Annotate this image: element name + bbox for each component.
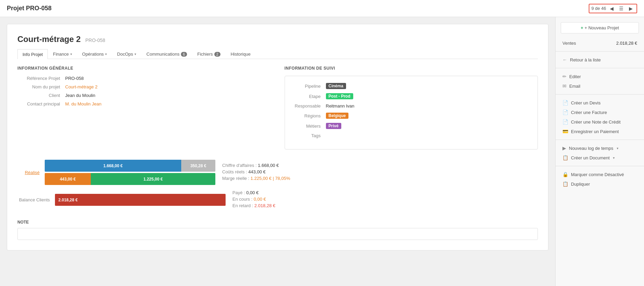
contact-link[interactable]: M. du Moulin Jean bbox=[65, 101, 101, 106]
main-layout: Court-métrage 2 PRO-058 Info Projet Fina… bbox=[0, 17, 644, 286]
desactiver-label: Marquer comme Désactivé bbox=[571, 172, 624, 177]
tab-historique[interactable]: Historique bbox=[226, 49, 256, 59]
balance-stats: Payé : 0,00 € En cours : 0,00 € En retar… bbox=[232, 190, 275, 210]
document-arrow: ▾ bbox=[613, 156, 615, 160]
tab-finance[interactable]: Finance ▾ bbox=[48, 49, 77, 59]
regions-badge: Belgique bbox=[326, 113, 349, 119]
suivi-pipeline: Pipeline Cinéma bbox=[292, 83, 531, 89]
info-columns: INFORMATION GÉNÉRALE Référence Projet PR… bbox=[17, 66, 538, 149]
sidebar-creer-facture[interactable]: 📄 Créer une Facture bbox=[556, 108, 644, 117]
couts-stat: Coûts réels : 443,00 € bbox=[222, 169, 290, 174]
suivi-regions: Régions Belgique bbox=[292, 113, 531, 119]
info-row-contact: Contact principal M. du Moulin Jean bbox=[17, 101, 271, 106]
email-icon: ✉ bbox=[562, 83, 567, 89]
creer-document-label: Créer un Document bbox=[571, 155, 610, 160]
project-name-link[interactable]: Court-métrage 2 bbox=[65, 84, 98, 89]
etape-badge: Post - Prod bbox=[326, 93, 353, 99]
sidebar-creer-devis[interactable]: 📄 Créer un Devis bbox=[556, 98, 644, 108]
sidebar-creer-document[interactable]: 📋 Créer un Document ▾ bbox=[556, 153, 644, 162]
tab-info-projet[interactable]: Info Projet bbox=[17, 49, 48, 59]
nav-controls: 9 de 46 ◀ ☰ ▶ bbox=[589, 4, 637, 13]
marge-stat: Marge réelle : 1.225,00 € | 78,05% bbox=[222, 176, 290, 181]
retour-label: Retour à la liste bbox=[570, 57, 601, 62]
paiement-icon: 💳 bbox=[562, 129, 568, 134]
dupliquer-icon: 📋 bbox=[562, 181, 568, 187]
log-temps-icon: ▶ bbox=[562, 145, 566, 151]
devis-icon: 📄 bbox=[562, 100, 568, 105]
tab-operations[interactable]: Opérations ▾ bbox=[77, 49, 112, 59]
chiffre-stat: Chiffre d'affaires : 1.668,00 € bbox=[222, 163, 290, 168]
suivi-responsable: Responsable Reitmann Ivan bbox=[292, 103, 531, 109]
sidebar-divider-4 bbox=[556, 140, 644, 140]
log-temps-label: Nouveau log de temps bbox=[569, 146, 613, 151]
facture-icon: 📄 bbox=[562, 110, 568, 115]
dupliquer-label: Dupliquer bbox=[571, 182, 590, 187]
tab-fichiers[interactable]: Fichiers 2 bbox=[192, 49, 226, 59]
communications-badge: 6 bbox=[181, 52, 187, 57]
info-suivi-section: INFORMATION DE SUIVI Pipeline Cinéma Eta… bbox=[285, 66, 538, 149]
docops-dropdown-arrow: ▾ bbox=[134, 52, 136, 56]
paye-stat: Payé : 0,00 € bbox=[232, 190, 275, 195]
tab-docops[interactable]: DocOps ▾ bbox=[112, 49, 141, 59]
balance-bar: 2.018,28 € bbox=[55, 194, 226, 206]
nav-prev-button[interactable]: ◀ bbox=[608, 5, 615, 12]
realise-label[interactable]: Réalisé bbox=[17, 170, 45, 175]
project-name: Court-métrage 2 bbox=[17, 34, 81, 44]
note-section: NOTE bbox=[17, 220, 538, 240]
suivi-metiers: Métiers Privé bbox=[292, 123, 531, 129]
card-title-row: Court-métrage 2 PRO-058 bbox=[17, 34, 538, 44]
sidebar-divider-2 bbox=[556, 68, 644, 68]
info-row-reference: Référence Projet PRO-058 bbox=[17, 76, 271, 81]
note-input[interactable] bbox=[17, 228, 538, 240]
sidebar-dupliquer[interactable]: 📋 Dupliquer bbox=[556, 179, 644, 189]
note-title: NOTE bbox=[17, 220, 538, 225]
sidebar-paiement[interactable]: 💳 Enregistrer un Paiement bbox=[556, 127, 644, 136]
back-icon: ← bbox=[562, 57, 567, 62]
tab-communications[interactable]: Communications 6 bbox=[141, 49, 192, 59]
suivi-box: Pipeline Cinéma Etape Post - Prod Respon… bbox=[285, 76, 538, 149]
nav-next-button[interactable]: ▶ bbox=[627, 5, 634, 12]
realise-top-bar: 1.668,00 € 350,28 € bbox=[45, 160, 215, 172]
page-title: Projet PRO-058 bbox=[7, 5, 52, 12]
info-generale-title: INFORMATION GÉNÉRALE bbox=[17, 66, 271, 71]
sidebar-note-credit[interactable]: 📄 Créer une Note de Crédit bbox=[556, 117, 644, 127]
sidebar-email[interactable]: ✉ Email bbox=[556, 81, 644, 91]
lock-icon: 🔒 bbox=[562, 172, 568, 177]
sidebar-desactiver[interactable]: 🔒 Marquer comme Désactivé bbox=[556, 170, 644, 179]
new-project-button[interactable]: + + Nouveau Projet bbox=[561, 22, 639, 33]
suivi-tags: Tags bbox=[292, 133, 531, 138]
ventes-label: Ventes bbox=[562, 41, 576, 46]
realise-stats: Chiffre d'affaires : 1.668,00 € Coûts ré… bbox=[222, 163, 290, 182]
balance-row: Balance Clients 2.018,28 € Payé : 0,00 €… bbox=[17, 190, 538, 210]
edit-icon: ✏ bbox=[562, 74, 567, 79]
retard-stat: En retard : 2.018,28 € bbox=[232, 203, 275, 208]
info-suivi-title: INFORMATION DE SUIVI bbox=[285, 66, 538, 71]
finance-dropdown-arrow: ▾ bbox=[70, 52, 72, 56]
nav-position: 9 de 46 bbox=[591, 6, 606, 11]
fichiers-badge: 2 bbox=[214, 52, 220, 57]
nav-list-button[interactable]: ☰ bbox=[617, 5, 625, 12]
project-card: Court-métrage 2 PRO-058 Info Projet Fina… bbox=[7, 24, 548, 251]
paiement-label: Enregistrer un Paiement bbox=[571, 129, 619, 134]
facture-label: Créer une Facture bbox=[571, 110, 607, 115]
sidebar-log-temps[interactable]: ▶ Nouveau log de temps ▾ bbox=[556, 143, 644, 153]
charts-section: Réalisé 1.668,00 € 350,28 € 443,00 € 1.2… bbox=[17, 160, 538, 210]
realise-bottom-bar: 443,00 € 1.225,00 € bbox=[45, 173, 215, 185]
sidebar-divider-5 bbox=[556, 166, 644, 166]
sidebar: + + Nouveau Projet Ventes 2.018,28 € ← R… bbox=[555, 17, 644, 286]
document-icon: 📋 bbox=[562, 155, 568, 160]
content-area: Court-métrage 2 PRO-058 Info Projet Fina… bbox=[0, 17, 555, 286]
tab-bar: Info Projet Finance ▾ Opérations ▾ DocOp… bbox=[17, 49, 538, 59]
sidebar-editer[interactable]: ✏ Editer bbox=[556, 72, 644, 81]
sidebar-retour[interactable]: ← Retour à la liste bbox=[556, 55, 644, 65]
realise-chart-row: Réalisé 1.668,00 € 350,28 € 443,00 € 1.2… bbox=[17, 160, 538, 185]
bar-chiffre: 1.668,00 € bbox=[45, 160, 181, 172]
project-ref: PRO-058 bbox=[85, 38, 105, 43]
metiers-badge: Privé bbox=[326, 123, 341, 129]
bar-marge: 1.225,00 € bbox=[91, 173, 215, 185]
encours-stat: En cours : 0,00 € bbox=[232, 197, 275, 202]
operations-dropdown-arrow: ▾ bbox=[105, 52, 107, 56]
sidebar-divider-3 bbox=[556, 94, 644, 95]
ventes-value: 2.018,28 € bbox=[616, 41, 637, 46]
note-credit-icon: 📄 bbox=[562, 119, 568, 125]
